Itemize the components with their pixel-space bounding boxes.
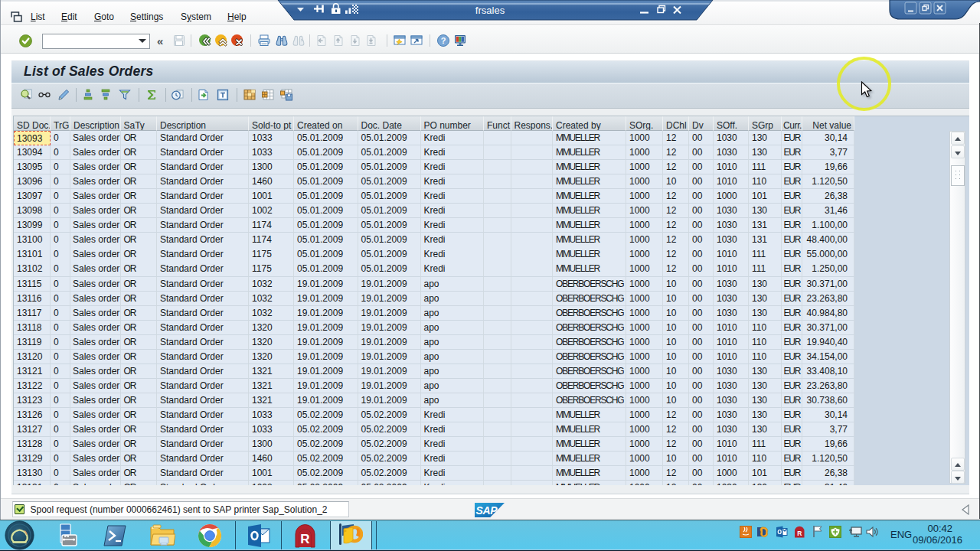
svg-text:frsales: frsales (475, 5, 505, 16)
svg-text:R: R (300, 532, 309, 546)
svg-text:R: R (797, 530, 802, 537)
